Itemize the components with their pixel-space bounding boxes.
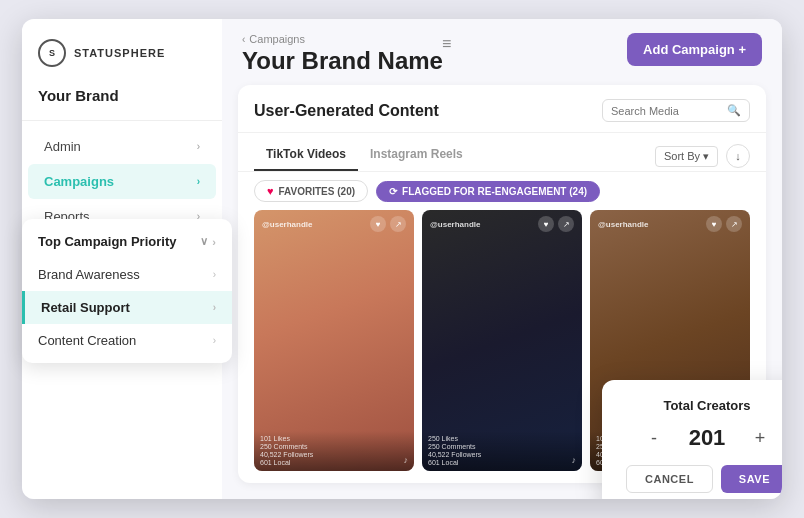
search-icon: 🔍 <box>727 104 741 117</box>
cancel-button[interactable]: CANCEL <box>626 465 713 493</box>
dropdown-item-content-creation[interactable]: Content Creation › <box>22 324 232 357</box>
chevron-right-icon: › <box>213 269 216 280</box>
heart-action-icon[interactable]: ♥ <box>370 216 386 232</box>
breadcrumb-chevron-icon: ‹ <box>242 34 245 45</box>
share-action-icon[interactable]: ↗ <box>558 216 574 232</box>
dropdown-header[interactable]: Top Campaign Priority ∨ › <box>22 225 232 258</box>
tabs-left: TikTok Videos Instagram Reels <box>254 141 475 171</box>
filter-favorites[interactable]: ♥ FAVORITES (20) <box>254 180 368 202</box>
brand-name: Your Brand <box>22 83 222 120</box>
search-input[interactable] <box>611 105 721 117</box>
chevron-right-icon: › <box>213 335 216 346</box>
filter-flagged[interactable]: ⟳ FLAGGED FOR RE-ENGAGEMENT (24) <box>376 181 600 202</box>
logo-icon: S <box>38 39 66 67</box>
sidebar-logo: S STATUSPHERE <box>22 19 222 83</box>
stat-comments: 250 Comments <box>428 443 475 450</box>
stat-followers: 40,522 Followers <box>260 451 313 458</box>
ugc-title: User-Generated Content <box>254 102 439 120</box>
content-card-header: User-Generated Content 🔍 <box>238 85 766 133</box>
media-card: @userhandle ♥ ↗ 101 Likes 250 Comments 4… <box>254 210 414 471</box>
popup-title: Total Creators <box>626 398 782 413</box>
counter-value: 201 <box>682 425 732 451</box>
sort-button[interactable]: Sort By ▾ <box>655 146 718 167</box>
stat-followers: 40,522 Followers <box>428 451 481 458</box>
breadcrumb: ‹ Campaigns <box>242 33 443 45</box>
dropdown-item-brand-awareness[interactable]: Brand Awareness › <box>22 258 232 291</box>
chevron-right-icon: › <box>212 236 216 248</box>
sidebar: S STATUSPHERE Your Brand Admin › Campaig… <box>22 19 222 499</box>
stat-comments: 250 Comments <box>260 443 307 450</box>
media-handle: @userhandle <box>598 220 648 229</box>
dropdown-item-retail-support[interactable]: Retail Support › <box>22 291 232 324</box>
chevron-right-icon: › <box>197 141 200 152</box>
increment-button[interactable]: + <box>748 426 772 450</box>
save-button[interactable]: SAVE <box>721 465 782 493</box>
filter-row: ♥ FAVORITES (20) ⟳ FLAGGED FOR RE-ENGAGE… <box>238 172 766 210</box>
campaigns-dropdown: Top Campaign Priority ∨ › Brand Awarenes… <box>22 219 232 363</box>
sidebar-divider <box>22 120 222 121</box>
header-left: ‹ Campaigns Your Brand Name <box>242 33 443 75</box>
chevron-right-icon: › <box>213 302 216 313</box>
stat-likes: 101 Likes <box>260 435 290 442</box>
tiktok-logo: ♪ <box>404 455 409 465</box>
main-content: ‹ Campaigns Your Brand Name Add Campaign… <box>222 19 782 499</box>
search-box[interactable]: 🔍 <box>602 99 750 122</box>
app-container: S STATUSPHERE Your Brand Admin › Campaig… <box>22 19 782 499</box>
app-name: STATUSPHERE <box>74 47 165 59</box>
tab-instagram-reels[interactable]: Instagram Reels <box>358 141 475 171</box>
chevron-down-icon: ∨ <box>200 235 208 248</box>
heart-action-icon[interactable]: ♥ <box>538 216 554 232</box>
heart-icon: ♥ <box>267 185 274 197</box>
tabs-row: TikTok Videos Instagram Reels Sort By ▾ … <box>238 133 766 172</box>
media-handle: @userhandle <box>262 220 312 229</box>
stat-local: 601 Local <box>428 459 458 466</box>
add-campaign-button[interactable]: Add Campaign + <box>627 33 762 66</box>
refresh-icon: ⟳ <box>389 186 397 197</box>
media-card: @userhandle ♥ ↗ 250 Likes 250 Comments 4… <box>422 210 582 471</box>
download-icon: ↓ <box>735 150 741 162</box>
tab-tiktok-videos[interactable]: TikTok Videos <box>254 141 358 171</box>
sidebar-item-campaigns[interactable]: Campaigns › <box>28 164 216 199</box>
stat-likes: 250 Likes <box>428 435 458 442</box>
decrement-button[interactable]: - <box>642 426 666 450</box>
sidebar-item-admin[interactable]: Admin › <box>28 129 216 164</box>
heart-action-icon[interactable]: ♥ <box>706 216 722 232</box>
counter-row: - 201 + <box>626 425 782 451</box>
chevron-right-icon: › <box>197 176 200 187</box>
stat-local: 601 Local <box>260 459 290 466</box>
page-title: Your Brand Name <box>242 47 443 75</box>
chevron-down-icon: ▾ <box>703 150 709 163</box>
share-action-icon[interactable]: ↗ <box>390 216 406 232</box>
download-button[interactable]: ↓ <box>726 144 750 168</box>
main-header: ‹ Campaigns Your Brand Name Add Campaign… <box>222 19 782 85</box>
media-handle: @userhandle <box>430 220 480 229</box>
hamburger-icon[interactable]: ≡ <box>442 35 451 53</box>
total-creators-popup: Total Creators - 201 + CANCEL SAVE <box>602 380 782 499</box>
tiktok-logo: ♪ <box>572 455 577 465</box>
tabs-right: Sort By ▾ ↓ <box>655 144 750 168</box>
share-action-icon[interactable]: ↗ <box>726 216 742 232</box>
popup-actions: CANCEL SAVE <box>626 465 782 493</box>
